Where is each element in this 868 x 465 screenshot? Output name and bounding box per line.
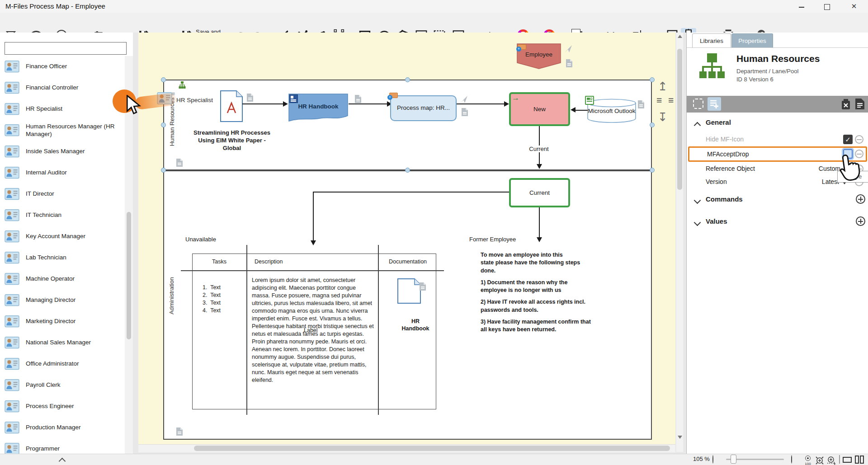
- table-col-divider: [246, 245, 247, 415]
- property-value-version[interactable]: Latest: [777, 178, 839, 185]
- expand-values-icon[interactable]: [694, 219, 701, 226]
- list-item[interactable]: Lab Technician: [0, 247, 125, 268]
- list-item[interactable]: Finance Officer: [0, 56, 125, 77]
- minimize-button[interactable]: [794, 3, 809, 11]
- scroll-down-icon[interactable]: [678, 436, 682, 439]
- selection-handle[interactable]: [650, 77, 655, 82]
- maximize-button[interactable]: [819, 3, 835, 11]
- list-item[interactable]: Financial Controller: [0, 77, 125, 99]
- role-card-icon: [5, 252, 19, 263]
- label-overlay: Label: [304, 327, 318, 333]
- table-header-rule: [181, 270, 444, 271]
- outlook-shape[interactable]: Microsoft Outlook: [587, 99, 637, 125]
- tab-properties[interactable]: Properties: [731, 33, 773, 47]
- single-page-view-icon[interactable]: [843, 457, 852, 463]
- document-indicator-icon[interactable]: [637, 100, 645, 111]
- list-item[interactable]: Payroll Clerk: [0, 375, 125, 396]
- list-item[interactable]: Programmer: [0, 438, 125, 454]
- document-indicator-icon[interactable]: [176, 158, 183, 169]
- list-item[interactable]: IT Technician: [0, 205, 125, 226]
- add-property-icon[interactable]: [708, 97, 721, 111]
- current-state-shape[interactable]: Current: [509, 178, 570, 207]
- selection-handle[interactable]: [650, 168, 655, 173]
- former-employee-label: Former Employee: [469, 236, 516, 243]
- list-item[interactable]: Production Manager: [0, 417, 125, 438]
- select-region-icon[interactable]: [693, 99, 703, 109]
- tab-libraries[interactable]: Libraries: [692, 33, 731, 47]
- goto-arrow-icon[interactable]: [564, 44, 573, 55]
- list-item[interactable]: HR Specialist: [0, 99, 125, 120]
- list-item[interactable]: Inside Sales Manager: [0, 141, 125, 162]
- scroll-up-icon[interactable]: [678, 35, 682, 38]
- canvas-vscrollbar[interactable]: [676, 33, 683, 452]
- role-label: IT Technician: [26, 211, 61, 219]
- align-top-icon[interactable]: ↥: [658, 80, 668, 94]
- mouse-cursor-icon: [125, 95, 142, 115]
- expand-commands-icon[interactable]: [694, 197, 701, 204]
- distribute-icon[interactable]: ≡: [656, 95, 662, 106]
- list-item[interactable]: Marketing Director: [0, 311, 125, 332]
- two-page-view-icon[interactable]: [855, 456, 864, 465]
- list-item[interactable]: Human Resources Manager (HR Manager): [0, 120, 125, 141]
- remove-property-button[interactable]: [855, 135, 863, 144]
- close-button[interactable]: ✕: [846, 3, 862, 11]
- employee-label: Employee: [517, 51, 561, 58]
- list-item[interactable]: IT Director: [0, 183, 125, 205]
- list-item[interactable]: National Sales Manager: [0, 332, 125, 353]
- property-value-reference-object[interactable]: Custom: [777, 165, 840, 172]
- document-panel-icon[interactable]: [855, 98, 865, 112]
- process-map-label: Process map: HR...: [391, 104, 456, 111]
- list-item[interactable]: Process Engineer: [0, 396, 125, 417]
- list-item[interactable]: Managing Director: [0, 290, 125, 311]
- list-item[interactable]: Key Account Manager: [0, 226, 125, 247]
- diagram-canvas[interactable]: Employee + Human Resources ≡ HR Speciali…: [138, 33, 675, 444]
- property-label-reference-object: Reference Object: [706, 165, 755, 172]
- hr-handbook-shape[interactable]: HR Handbook: [288, 93, 349, 127]
- object-id-version: ID 8 Version 6: [736, 76, 774, 83]
- add-value-button[interactable]: [856, 216, 865, 226]
- process-map-shape[interactable]: Process map: HR... +: [390, 95, 457, 121]
- zoom-slider-thumb[interactable]: [731, 455, 736, 464]
- canvas-vscrollbar-thumb[interactable]: [677, 49, 682, 190]
- canvas-hscrollbar-thumb[interactable]: [194, 446, 670, 451]
- collapse-general-icon[interactable]: [694, 122, 701, 129]
- zoom-100-button[interactable]: 100: [803, 455, 813, 465]
- document-indicator-icon[interactable]: [246, 93, 254, 104]
- hr-handbook-doc-shape[interactable]: [397, 278, 421, 305]
- list-item[interactable]: Office Administrator: [0, 353, 125, 375]
- role-label: IT Director: [26, 190, 54, 198]
- selection-handle[interactable]: [161, 77, 166, 82]
- selection-handle[interactable]: [405, 77, 410, 82]
- sidebar-scrollbar-thumb[interactable]: [127, 212, 131, 339]
- align-bottom-icon[interactable]: ↧: [658, 110, 668, 124]
- document-indicator-icon[interactable]: [419, 282, 426, 293]
- canvas-hscrollbar[interactable]: [138, 444, 675, 452]
- distribute-icon[interactable]: ≡: [668, 95, 674, 106]
- new-state-shape[interactable]: New →: [509, 92, 570, 126]
- selection-handle[interactable]: [161, 168, 166, 173]
- add-command-button[interactable]: [856, 194, 865, 204]
- list-item[interactable]: Machine Operator: [0, 268, 125, 290]
- checkbox-checked-icon[interactable]: ✓: [843, 135, 853, 144]
- pdf-document-shape[interactable]: [220, 90, 243, 124]
- document-indicator-icon[interactable]: [176, 427, 183, 438]
- selection-handle[interactable]: [161, 122, 166, 127]
- zoom-out-button[interactable]: [712, 455, 713, 464]
- document-indicator-icon[interactable]: [566, 59, 573, 70]
- employee-shape[interactable]: Employee +: [517, 43, 561, 69]
- expand-panel-icon[interactable]: [59, 458, 66, 465]
- role-card-icon: [5, 443, 19, 454]
- selection-handle[interactable]: [405, 168, 410, 173]
- list-item[interactable]: Internal Auditor: [0, 162, 125, 183]
- zoom-fit-button[interactable]: [815, 456, 825, 465]
- document-indicator-icon[interactable]: [461, 108, 468, 118]
- search-input[interactable]: [5, 42, 127, 55]
- property-label-mfacceptdrop: MFAcceptDrop: [707, 150, 749, 158]
- delete-icon[interactable]: [840, 99, 851, 112]
- role-card-icon: [5, 230, 19, 242]
- zoom-in-button[interactable]: [791, 455, 792, 464]
- zoom-level: 105 %: [693, 456, 710, 462]
- selection-handle[interactable]: [650, 122, 655, 127]
- role-label: Machine Operator: [26, 275, 75, 283]
- zoom-selection-button[interactable]: [826, 456, 837, 465]
